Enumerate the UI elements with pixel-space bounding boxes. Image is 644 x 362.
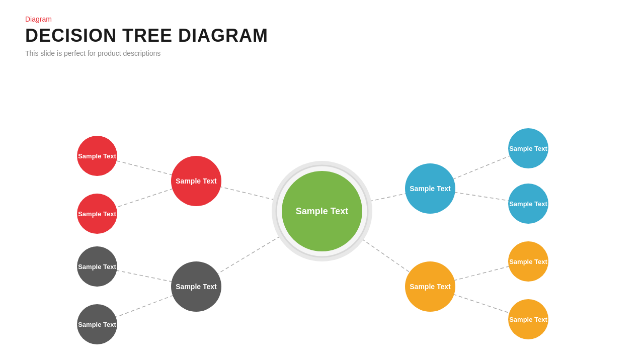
blue-top-label: Sample Text xyxy=(509,145,547,152)
blue-mid-label: Sample Text xyxy=(410,185,450,193)
gray-mid-node: Sample Text xyxy=(171,261,221,312)
blue-top-node: Sample Text xyxy=(508,128,548,168)
diagram-area: Sample Text Sample Text Sample Text Samp… xyxy=(0,70,644,362)
orange-mid-label: Sample Text xyxy=(410,283,450,291)
header-label: Diagram xyxy=(25,15,268,23)
orange-top-node: Sample Text xyxy=(508,241,548,282)
orange-bot-label: Sample Text xyxy=(509,316,547,323)
blue-bot-node: Sample Text xyxy=(508,184,548,224)
gray-top-label: Sample Text xyxy=(78,263,116,270)
red-mid-node: Sample Text xyxy=(171,156,221,206)
header: Diagram DECISION TREE DIAGRAM This slide… xyxy=(25,15,268,57)
gray-bot-node: Sample Text xyxy=(77,304,117,344)
center-label: Sample Text xyxy=(296,206,349,217)
red-bot-node: Sample Text xyxy=(77,194,117,234)
red-bot-label: Sample Text xyxy=(78,210,116,218)
blue-mid-node: Sample Text xyxy=(405,163,455,214)
red-top-label: Sample Text xyxy=(78,152,116,160)
gray-top-node: Sample Text xyxy=(77,246,117,287)
orange-top-label: Sample Text xyxy=(509,258,547,265)
header-subtitle: This slide is perfect for product descri… xyxy=(25,49,268,57)
red-top-node: Sample Text xyxy=(77,136,117,176)
header-title: DECISION TREE DIAGRAM xyxy=(25,25,268,46)
gray-mid-label: Sample Text xyxy=(176,283,216,291)
blue-bot-label: Sample Text xyxy=(509,200,547,208)
center-node: Sample Text xyxy=(282,171,362,251)
gray-bot-label: Sample Text xyxy=(78,321,116,328)
red-mid-label: Sample Text xyxy=(176,177,216,185)
orange-mid-node: Sample Text xyxy=(405,261,455,312)
orange-bot-node: Sample Text xyxy=(508,299,548,339)
